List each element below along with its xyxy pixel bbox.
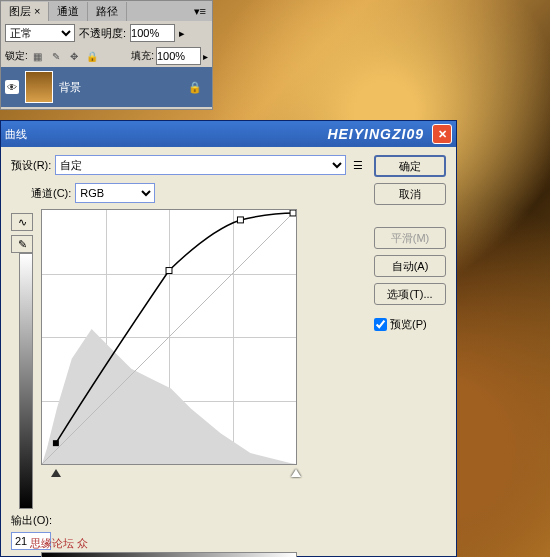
preset-menu-icon[interactable]: ☰ (350, 157, 366, 173)
smooth-button: 平滑(M) (374, 227, 446, 249)
preview-input[interactable] (374, 318, 387, 331)
opacity-input[interactable] (130, 24, 175, 42)
options-button[interactable]: 选项(T)... (374, 283, 446, 305)
tab-channels[interactable]: 通道 (49, 2, 88, 21)
tab-layers[interactable]: 图层 × (1, 2, 49, 21)
layer-row[interactable]: 👁 背景 🔒 (1, 67, 212, 107)
svg-line-0 (42, 210, 296, 464)
fill-label: 填充: (131, 49, 154, 63)
preview-checkbox[interactable]: 预览(P) (374, 317, 446, 332)
layers-panel: 图层 × 通道 路径 ▾≡ 正常 不透明度: ▸ 锁定: ▦ ✎ ✥ 🔒 填充:… (0, 0, 213, 110)
fill-arrow-icon[interactable]: ▸ (203, 51, 208, 62)
curve-grid[interactable] (41, 209, 297, 465)
dialog-title: 曲线 (5, 127, 27, 142)
close-icon[interactable]: ✕ (432, 124, 452, 144)
lock-indicator-icon: 🔒 (188, 81, 202, 94)
dialog-titlebar[interactable]: 曲线 HEIYINGZI09 ✕ (1, 121, 456, 147)
curves-dialog: 曲线 HEIYINGZI09 ✕ 预设(R): 自定 ☰ 通道(C): RGB … (0, 120, 457, 557)
curve-point-tool-icon[interactable]: ∿ (11, 213, 33, 231)
lock-paint-icon[interactable]: ✎ (48, 48, 64, 64)
preset-label: 预设(R): (11, 158, 51, 173)
lock-label: 锁定: (5, 49, 28, 63)
white-point-slider[interactable] (291, 469, 301, 477)
opacity-label: 不透明度: (79, 26, 126, 41)
curve-draw-tool-icon[interactable]: ✎ (11, 235, 33, 253)
visibility-icon[interactable]: 👁 (5, 80, 19, 94)
tab-paths[interactable]: 路径 (88, 2, 127, 21)
channel-select[interactable]: RGB (75, 183, 155, 203)
svg-rect-1 (53, 440, 59, 446)
lock-transparency-icon[interactable]: ▦ (30, 48, 46, 64)
fill-input[interactable] (156, 47, 201, 65)
watermark: 思缘论坛 众 (30, 536, 88, 551)
layer-thumbnail[interactable] (25, 71, 53, 103)
panel-menu-icon[interactable]: ▾≡ (188, 5, 212, 18)
auto-button[interactable]: 自动(A) (374, 255, 446, 277)
curve-line[interactable] (42, 210, 296, 464)
lock-all-icon[interactable]: 🔒 (84, 48, 100, 64)
cancel-button[interactable]: 取消 (374, 183, 446, 205)
svg-rect-4 (290, 210, 296, 216)
opacity-arrow-icon[interactable]: ▸ (179, 27, 185, 40)
svg-rect-2 (166, 268, 172, 274)
channel-label: 通道(C): (31, 186, 71, 201)
blend-mode-select[interactable]: 正常 (5, 24, 75, 42)
lock-position-icon[interactable]: ✥ (66, 48, 82, 64)
output-gradient (19, 253, 33, 509)
panel-tabs: 图层 × 通道 路径 ▾≡ (1, 1, 212, 21)
black-point-slider[interactable] (51, 469, 61, 477)
output-label: 输出(O): (11, 513, 52, 528)
layer-name: 背景 (59, 80, 81, 95)
dialog-brand: HEIYINGZI09 (27, 126, 432, 142)
preset-select[interactable]: 自定 (55, 155, 346, 175)
input-gradient (41, 552, 297, 557)
svg-rect-3 (237, 217, 243, 223)
ok-button[interactable]: 确定 (374, 155, 446, 177)
